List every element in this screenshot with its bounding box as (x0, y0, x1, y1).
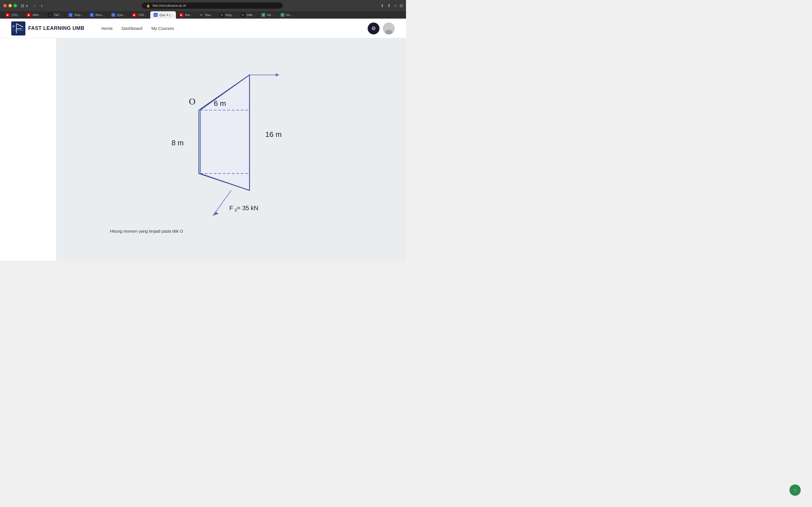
browser-tab[interactable]: SShip... (65, 11, 86, 18)
question-text: Hitung momen yang terjadi pada titik O (110, 229, 352, 233)
tab-label: (702... (138, 13, 147, 17)
tab-favicon: ★ (199, 13, 203, 17)
tab-favicon: S (68, 13, 72, 17)
tab-favicon: S (90, 13, 94, 17)
browser-tab[interactable]: SSing... (216, 11, 238, 18)
site-navbar: F LEARNING FAST LEARNING UMB Home Dashbo… (0, 18, 406, 38)
share-icon[interactable]: ⬆ (388, 3, 391, 8)
tab-label: Boru... (95, 13, 104, 17)
minimize-button[interactable] (8, 4, 12, 7)
tab-label: Ship... (74, 13, 83, 17)
dim-16m: 16 m (265, 130, 282, 138)
browser-tab[interactable]: ★Star... (196, 11, 216, 18)
tabs-row: ▶(702...▶With...♪TikT...SShip...SBoru...… (0, 11, 406, 18)
tab-favicon: ▶ (6, 13, 10, 17)
back-button[interactable]: ‹ (32, 3, 37, 9)
tab-favicon: S (281, 13, 285, 17)
tab-favicon: ▶ (179, 13, 183, 17)
tab-label: Quiz 4 (... (159, 13, 173, 17)
nav-dashboard[interactable]: Dashboard (122, 26, 142, 31)
browser-actions: ⬇ ⬆ + ⧉ (380, 3, 403, 8)
label-o: O (189, 96, 195, 107)
tab-label: Ho... (286, 13, 293, 17)
browser-tab[interactable]: SSIM... (238, 11, 258, 18)
tab-label: SIM... (247, 13, 255, 17)
tab-favicon: S (261, 13, 265, 17)
close-button[interactable] (3, 4, 7, 7)
force-value: = 35 kN (237, 205, 258, 212)
window-controls (3, 4, 17, 7)
tab-favicon: S (241, 13, 245, 17)
site-logo[interactable]: F LEARNING FAST LEARNING UMB (11, 21, 85, 36)
site-actions: ⚙ (368, 22, 395, 34)
logo-svg: F LEARNING (11, 21, 26, 36)
address-bar[interactable]: 🔒 fast.mercubuana.ac.id (142, 3, 283, 9)
browser-tab[interactable]: SHo... (258, 11, 277, 18)
tab-label: TikT... (54, 13, 62, 17)
new-tab-icon[interactable]: + (394, 3, 396, 8)
browser-tab[interactable]: QQuiz 4 (... (150, 11, 176, 18)
tab-label: Epis... (117, 13, 126, 17)
tab-label: Nar... (185, 13, 192, 17)
browser-tab[interactable]: SEpis... (108, 11, 129, 18)
browser-tab[interactable]: ▶(702... (2, 11, 23, 18)
svg-marker-17 (213, 212, 218, 216)
svg-text:LEARNING: LEARNING (13, 29, 24, 32)
main-nav: Home Dashboard My Courses (101, 26, 174, 31)
avatar-face (383, 22, 395, 34)
settings-button[interactable]: ⚙ (368, 22, 379, 34)
user-avatar[interactable] (383, 22, 395, 34)
nav-home[interactable]: Home (101, 26, 113, 31)
tab-label: Ho... (267, 13, 273, 17)
browser-tab[interactable]: ▶With... (23, 11, 45, 18)
dim-6m: 6 m (214, 99, 226, 108)
tab-favicon: ▶ (132, 13, 136, 17)
url-text: fast.mercubuana.ac.id (153, 4, 186, 8)
tab-label: With... (33, 13, 41, 17)
browser-tab[interactable]: ▶(702... (129, 11, 150, 18)
force-subscript: 3 (235, 208, 237, 212)
browser-tab[interactable]: SHo... (277, 11, 296, 18)
avatar-body (385, 30, 393, 34)
svg-marker-7 (199, 75, 250, 190)
tab-overview-icon[interactable]: ⧉ (400, 3, 403, 8)
svg-marker-15 (276, 73, 279, 76)
logo-text: FAST LEARNING UMB (28, 25, 85, 31)
forward-button[interactable]: › (39, 3, 44, 9)
diagram-svg: O 6 m 8 m 16 m F 3 = 35 kN (144, 50, 319, 224)
tab-favicon: ▶ (27, 13, 31, 17)
tab-favicon: S (111, 13, 115, 17)
diagram-svg-wrap: O 6 m 8 m 16 m F 3 = 35 kN (110, 50, 352, 224)
svg-text:F: F (13, 25, 14, 28)
sidebar (0, 38, 56, 261)
tab-favicon: ♪ (48, 13, 52, 17)
content-area: O 6 m 8 m 16 m F 3 = 35 kN Hit (0, 38, 406, 261)
browser-chrome: ⊟ ∨ ‹ › 🔒 fast.mercubuana.ac.id ⬇ ⬆ + ⧉ … (0, 0, 406, 18)
main-content: O 6 m 8 m 16 m F 3 = 35 kN Hit (56, 38, 406, 261)
diagram-container: O 6 m 8 m 16 m F 3 = 35 kN Hit (104, 44, 358, 239)
sidebar-toggle[interactable]: ⊟ ∨ (19, 2, 30, 9)
tab-label: (702... (11, 13, 20, 17)
tab-label: Sing... (225, 13, 234, 17)
maximize-button[interactable] (13, 4, 17, 7)
browser-tab[interactable]: SBoru... (86, 11, 108, 18)
download-icon[interactable]: ⬇ (380, 3, 384, 8)
lock-icon: 🔒 (146, 4, 150, 8)
address-bar-row: 🔒 fast.mercubuana.ac.id (47, 3, 378, 9)
force-label: F (229, 205, 233, 212)
browser-tab[interactable]: ♪TikT... (45, 11, 65, 18)
tab-favicon: Q (154, 13, 158, 17)
tab-favicon: S (220, 13, 223, 17)
dim-8m: 8 m (171, 138, 184, 147)
browser-toolbar: ⊟ ∨ ‹ › 🔒 fast.mercubuana.ac.id ⬇ ⬆ + ⧉ (0, 0, 406, 11)
browser-tab[interactable]: ▶Nar... (176, 11, 196, 18)
tab-label: Star... (205, 13, 213, 17)
nav-my-courses[interactable]: My Courses (151, 26, 174, 31)
